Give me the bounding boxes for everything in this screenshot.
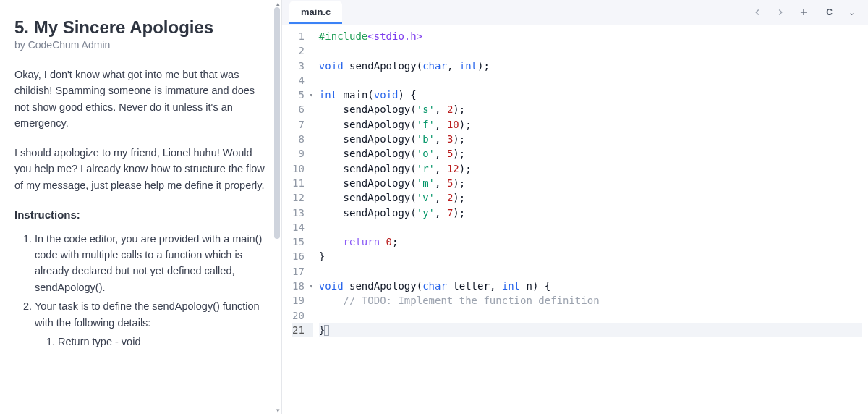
file-tab[interactable]: main.c [289,1,342,24]
code-line[interactable] [319,43,862,58]
sidebar-scrollbar[interactable]: ▴ ▾ [273,0,281,414]
chevron-left-icon [752,7,762,17]
line-number: 18▾ [292,279,313,293]
instruction-item: In the code editor, you are provided wit… [35,231,267,296]
tab-actions: C ⌄ [751,6,861,19]
problem-body: Okay, I don't know what got into me but … [14,67,267,350]
code-line[interactable]: sendApology('r', 12); [319,161,862,176]
code-line[interactable]: sendApology('v', 2); [319,190,862,205]
editor-pane: main.c C ⌄ 12345▾6789101112131415161718▾… [282,0,868,414]
code-line[interactable]: sendApology('s', 2); [319,102,862,117]
line-number: 14 [292,220,313,235]
code-editor[interactable]: 12345▾6789101112131415161718▾192021 #inc… [282,25,868,414]
code-line[interactable] [319,264,862,279]
code-line[interactable]: void sendApology(char letter, int n) { [319,279,862,293]
problem-title: 5. My Sincere Apologies [14,17,267,38]
chevron-down-icon[interactable]: ⌄ [848,8,855,17]
instruction-subitem: Return type - void [58,334,267,350]
line-number: 8 [292,132,313,146]
scrollbar-thumb[interactable] [274,7,280,239]
line-number: 9 [292,146,313,161]
code-line[interactable] [319,73,862,88]
code-line[interactable]: #include<stdio.h> [319,29,862,43]
instruction-item: Your task is to define the sendApology()… [35,298,267,350]
line-number: 1 [292,29,313,43]
line-number: 5▾ [292,88,313,102]
line-number: 3 [292,59,313,73]
line-number: 11 [292,176,313,190]
instructions-list: In the code editor, you are provided wit… [14,231,267,350]
line-number: 15 [292,235,313,249]
instruction-sublist: Return type - void [35,334,267,350]
line-number: 7 [292,117,313,132]
line-number: 13 [292,206,313,220]
add-tab-button[interactable] [797,6,810,19]
problem-author: by CodeChum Admin [14,39,267,51]
line-number: 21 [292,323,313,337]
line-number: 16 [292,249,313,263]
scroll-down-icon[interactable]: ▾ [276,407,280,414]
line-number: 20 [292,308,313,323]
scroll-up-icon[interactable]: ▴ [276,0,280,7]
problem-paragraph: Okay, I don't know what got into me but … [14,67,267,132]
fold-caret-icon[interactable]: ▾ [307,90,313,100]
code-line[interactable]: } [319,323,862,337]
code-line[interactable]: sendApology('o', 5); [319,146,862,161]
code-line[interactable]: int main(void) { [319,88,862,102]
nav-back-button[interactable] [751,6,764,19]
line-number: 12 [292,190,313,205]
language-selector[interactable]: C [820,6,838,19]
code-line[interactable]: sendApology('y', 7); [319,206,862,220]
line-number: 6 [292,102,313,117]
fold-caret-icon[interactable]: ▾ [307,282,313,291]
code-line[interactable] [319,220,862,235]
code-line[interactable]: sendApology('m', 5); [319,176,862,190]
chevron-right-icon [775,7,786,17]
code-line[interactable]: sendApology('f', 10); [319,117,862,132]
problem-sidebar: ▴ ▾ 5. My Sincere Apologies by CodeChum … [0,0,282,414]
line-gutter: 12345▾6789101112131415161718▾192021 [282,29,319,414]
instructions-heading: Instructions: [14,206,267,223]
code-line[interactable]: void sendApology(char, int); [319,59,862,73]
code-line[interactable]: sendApology('b', 3); [319,132,862,146]
line-number: 4 [292,73,313,88]
code-line[interactable]: } [319,249,862,263]
code-line[interactable] [319,308,862,323]
code-line[interactable]: return 0; [319,235,862,249]
instruction-text: Your task is to define the sendApology()… [35,300,260,328]
plus-icon [799,7,809,17]
code-content[interactable]: #include<stdio.h>void sendApology(char, … [319,29,868,414]
nav-forward-button[interactable] [774,6,787,19]
problem-paragraph: I should apologize to my friend, Lionel … [14,145,267,193]
line-number: 2 [292,43,313,58]
tab-bar: main.c C ⌄ [282,0,868,25]
code-line[interactable]: // TODO: Implement the function definiti… [319,293,862,308]
line-number: 19 [292,293,313,308]
line-number: 17 [292,264,313,279]
line-number: 10 [292,161,313,176]
